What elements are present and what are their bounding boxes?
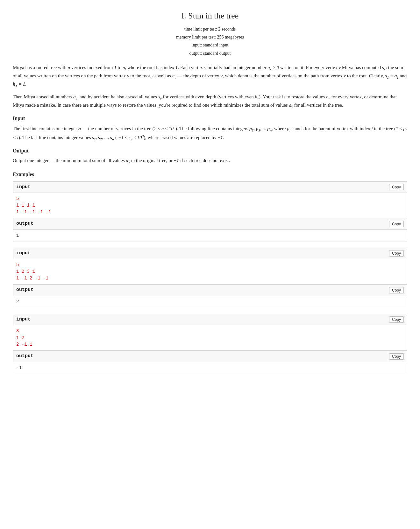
example-1-input-header: input Copy: [13, 182, 407, 193]
examples-title: Examples: [13, 171, 407, 178]
output-description: Output one integer — the minimum total s…: [13, 157, 407, 165]
copy-button-2-output[interactable]: Copy: [389, 287, 404, 293]
example-1-input-label: input: [16, 184, 31, 191]
problem-paragraph-2: Then Mitya erased all numbers av, and by…: [13, 93, 407, 109]
example-block-1: input Copy 5 1 1 1 1 1 -1 -1 -1 -1 outpu…: [13, 181, 407, 242]
example-3-output-header: output Copy: [13, 351, 407, 362]
example-1-input-content: 5 1 1 1 1 1 -1 -1 -1 -1: [13, 193, 407, 218]
problem-paragraph-1: Mitya has a rooted tree with n vertices …: [13, 64, 407, 88]
example-1-output-content: 1: [13, 230, 407, 242]
example-2-output-content: 2: [13, 296, 407, 308]
copy-button-3-output[interactable]: Copy: [389, 353, 404, 360]
example-2-input-content: 5 1 2 3 1 1 -1 2 -1 -1: [13, 259, 407, 284]
input-section-title: Input: [13, 115, 407, 122]
copy-button-1-output[interactable]: Copy: [389, 221, 404, 227]
example-1-output-header: output Copy: [13, 218, 407, 230]
example-2-input-label: input: [16, 250, 31, 257]
output-section-title: Output: [13, 147, 407, 155]
memory-limit: memory limit per test: 256 megabytes: [13, 33, 407, 41]
input-description: The first line contains one integer n — …: [13, 124, 407, 142]
example-3-output-label: output: [16, 353, 33, 360]
example-1-output-label: output: [16, 220, 33, 228]
output-type: output: standard output: [13, 49, 407, 57]
example-block-3: input Copy 3 1 2 2 -1 1 output Copy -1: [13, 314, 407, 374]
copy-button-2-input[interactable]: Copy: [389, 250, 404, 257]
copy-button-1-input[interactable]: Copy: [389, 184, 404, 190]
page-title: I. Sum in the tree: [13, 10, 407, 22]
example-2-output-label: output: [16, 286, 33, 294]
example-3-input-header: input Copy: [13, 314, 407, 326]
example-3-input-label: input: [16, 316, 31, 323]
input-type: input: standard input: [13, 41, 407, 49]
example-3-input-content: 3 1 2 2 -1 1: [13, 325, 407, 350]
time-limit: time limit per test: 2 seconds: [13, 25, 407, 33]
example-2-output-header: output Copy: [13, 285, 407, 296]
example-2-input-header: input Copy: [13, 248, 407, 259]
copy-button-3-input[interactable]: Copy: [389, 316, 404, 323]
example-3-output-content: -1: [13, 362, 407, 374]
meta-info: time limit per test: 2 seconds memory li…: [13, 25, 407, 57]
example-block-2: input Copy 5 1 2 3 1 1 -1 2 -1 -1 output…: [13, 248, 407, 308]
